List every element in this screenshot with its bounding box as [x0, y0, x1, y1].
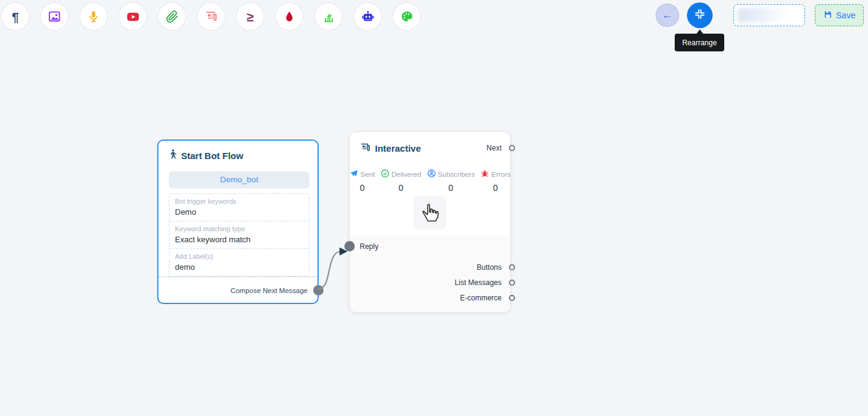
start-node-title: Start Bot Flow [181, 150, 243, 161]
field-value: demo [175, 262, 303, 272]
stat-subscribers: Subscribers 0 [427, 169, 475, 193]
toolbar-sequence-element[interactable] [314, 2, 343, 31]
output-ecommerce[interactable]: E-commerce [460, 290, 510, 305]
compose-output-connector[interactable] [313, 285, 324, 295]
stat-delivered: Delivered 0 [380, 169, 421, 193]
field-label: Add Label(s) [175, 253, 303, 260]
flow-name-input[interactable] [733, 4, 805, 26]
bot-name-field[interactable]: Demo_bot [169, 171, 310, 188]
tooltip-label: Rearrange [682, 39, 717, 47]
stat-value: 0 [360, 183, 365, 193]
field-keyword-matching-type[interactable]: Keyword matching type Exact keyword matc… [169, 221, 309, 248]
compose-next-message-label: Compose Next Message [231, 287, 308, 294]
arrow-left-icon: ← [662, 9, 673, 21]
paperclip-icon [166, 10, 179, 23]
rearrange-tooltip: Rearrange [675, 34, 724, 51]
toolbar-interactive-element[interactable] [197, 2, 225, 31]
reply-input-label: Reply [360, 242, 379, 251]
buttons-output-connector[interactable] [509, 264, 515, 270]
walking-person-icon [168, 149, 177, 162]
field-value: Demo [175, 207, 303, 217]
field-bot-trigger-keywords[interactable]: Bot trigger keywords Demo [169, 194, 309, 221]
subscriber-icon [427, 169, 436, 179]
save-button[interactable]: Save [815, 4, 864, 26]
element-toolbar: ¶ ≥ [1, 2, 421, 31]
toolbar-text-element[interactable]: ¶ [1, 2, 29, 31]
ecommerce-output-connector[interactable] [509, 295, 515, 301]
output-label: Next [486, 144, 502, 152]
stat-value: 0 [448, 183, 453, 193]
stats-row: Sent 0 Delivered 0 Subscribers 0 Errors … [350, 169, 510, 193]
field-add-labels[interactable]: Add Label(s) demo [169, 248, 309, 276]
interactive-node[interactable]: Interactive Sent 0 Delivered 0 Subscribe… [350, 132, 510, 312]
flow-name-blurred-value [738, 8, 801, 23]
stat-errors: Errors 0 [480, 169, 510, 193]
rearrange-icon [694, 8, 706, 23]
interactive-node-sockets: Reply Next Buttons List Messages E-comme… [350, 236, 510, 312]
stat-label: Subscribers [438, 171, 475, 178]
send-icon [349, 169, 358, 179]
save-button-label: Save [836, 10, 856, 20]
toolbar-template-element[interactable] [393, 2, 421, 31]
toolbar-bot-element[interactable] [354, 2, 382, 31]
bug-icon [480, 169, 489, 179]
start-node-header: Start Bot Flow [158, 141, 317, 162]
stat-label: Errors [491, 171, 510, 178]
gte-icon: ≥ [247, 10, 254, 23]
newspaper-icon [360, 142, 371, 155]
list-messages-output-connector[interactable] [509, 280, 515, 286]
palette-icon [400, 10, 414, 23]
toolbar-condition-element[interactable]: ≥ [236, 2, 264, 31]
microphone-icon [87, 10, 100, 23]
back-button[interactable]: ← [656, 4, 679, 27]
stat-label: Delivered [391, 171, 421, 178]
toolbar-video-element[interactable] [119, 2, 147, 31]
output-label: List Messages [454, 278, 502, 287]
image-icon [48, 10, 61, 23]
start-bot-flow-node[interactable]: Start Bot Flow Demo_bot Bot trigger keyw… [157, 139, 319, 304]
output-buttons[interactable]: Buttons [477, 259, 510, 275]
output-label: Buttons [477, 263, 502, 272]
reply-input-connector[interactable] [344, 241, 355, 251]
youtube-icon [126, 10, 140, 24]
newspaper-icon [204, 10, 218, 23]
pilcrow-icon: ¶ [12, 10, 19, 23]
toolbar-audio-element[interactable] [80, 2, 108, 31]
output-next[interactable]: Next [486, 140, 510, 155]
next-output-connector[interactable] [509, 145, 515, 151]
stack-icon [322, 10, 335, 23]
interactive-node-title: Interactive [375, 143, 421, 154]
droplet-icon [283, 10, 295, 23]
field-label: Keyword matching type [175, 225, 303, 232]
rearrange-button[interactable] [687, 2, 713, 28]
output-list-messages[interactable]: List Messages [454, 275, 510, 290]
start-node-fields[interactable]: Bot trigger keywords Demo Keyword matchi… [169, 193, 310, 277]
robot-icon [361, 10, 375, 24]
stat-sent: Sent 0 [349, 169, 375, 193]
stat-value: 0 [493, 183, 498, 193]
toolbar-drip-element[interactable] [275, 2, 303, 31]
toolbar-image-element[interactable] [40, 2, 69, 31]
compose-next-message[interactable]: Compose Next Message [158, 277, 317, 304]
toolbar-file-element[interactable] [158, 2, 186, 31]
bot-name-value: Demo_bot [220, 175, 258, 184]
output-label: E-commerce [460, 294, 502, 302]
save-icon [823, 10, 833, 21]
field-value: Exact keyword match [175, 235, 303, 244]
field-label: Bot trigger keywords [175, 198, 303, 205]
check-circle-icon [380, 169, 390, 179]
stat-value: 0 [398, 183, 403, 193]
stat-label: Sent [360, 171, 375, 178]
